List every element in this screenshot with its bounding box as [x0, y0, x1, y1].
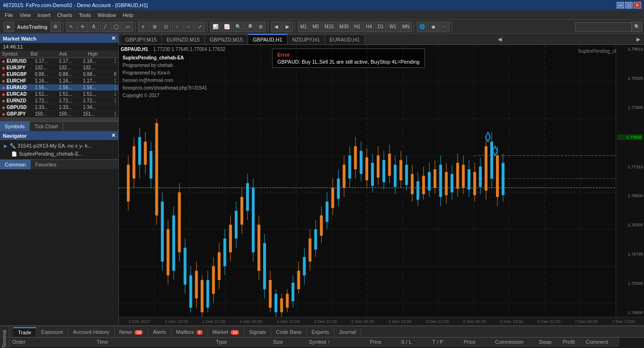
dots-btn[interactable]: ⋯	[439, 22, 450, 32]
market-watch-close[interactable]: ✕	[111, 35, 116, 41]
tab-journal[interactable]: Journal	[334, 328, 361, 336]
tab-experts[interactable]: Experts	[307, 328, 334, 336]
tab-news[interactable]: News 99	[115, 328, 149, 336]
tool-2[interactable]: ⊞	[149, 22, 160, 32]
navigator-close[interactable]: ✕	[111, 133, 116, 139]
tab-codebase[interactable]: Code Base	[271, 328, 306, 336]
rect-btn[interactable]: ▭	[123, 22, 133, 32]
nav-back[interactable]: ◀	[271, 22, 281, 32]
period-d1-tb[interactable]: D1	[375, 22, 386, 32]
period-mn-tb[interactable]: MN	[400, 22, 412, 32]
menu-help[interactable]: Help	[120, 12, 136, 18]
tool-6[interactable]: ⤢	[195, 22, 205, 32]
menu-file[interactable]: File	[2, 12, 16, 18]
tool-1[interactable]: ≡	[138, 22, 149, 32]
minimize-button[interactable]: ─	[617, 2, 624, 8]
crosshair-btn[interactable]: ✛	[77, 22, 88, 32]
col-size[interactable]: Size	[270, 338, 305, 347]
chart-tab-nav-right[interactable]: ▶	[635, 36, 642, 42]
market-watch-row-euraud[interactable]: ◆ EURAUD 1.56... 1.56... 1.56... 1	[0, 84, 118, 91]
menu-tools[interactable]: Tools	[76, 12, 94, 18]
maximize-button[interactable]: □	[625, 2, 633, 8]
market-watch-row-eurcad[interactable]: ◆ EURCAD 1.51... 1.51... 1.51... 1	[0, 91, 118, 98]
nav-item-ea-folder[interactable]: ▶ 🔧 31541-p2#13-My EA -no x y- k...	[2, 142, 116, 150]
chart-grid[interactable]: ⊞	[256, 22, 266, 32]
search-input[interactable]	[575, 22, 632, 32]
chart-tab-euraud[interactable]: EURAUD,H1	[325, 34, 365, 44]
chart-type-2[interactable]: 📈	[222, 22, 232, 32]
terminal-side-tab[interactable]: Terminal	[0, 326, 9, 348]
col-comment[interactable]: Comment	[583, 338, 619, 347]
cursor-btn[interactable]: ↖	[66, 22, 76, 32]
market-watch-row-gbpjpy[interactable]: ◆ GBPJPY 150... 150... 151... 1	[0, 111, 118, 117]
nav-tab-common[interactable]: Common	[0, 160, 31, 169]
tab-mailbox[interactable]: Mailbox 7	[172, 328, 208, 336]
close-button[interactable]: ✕	[634, 2, 641, 8]
market-watch-row-gbpusd[interactable]: ◆ GBPUSD 1.33... 1.33... 1.34...	[0, 104, 118, 111]
period-m15-tb[interactable]: M15	[322, 22, 336, 32]
tab-alerts[interactable]: Alerts	[148, 328, 171, 336]
chart-tab-gbpjpy[interactable]: GBPJPY,M15	[121, 34, 162, 44]
chart-tab-nav-left[interactable]: ◀	[496, 36, 504, 42]
chart-area[interactable]: GBPAUD,H1 1.77230 1.77645 1.77054 1.7763…	[119, 45, 644, 317]
col-type[interactable]: Type	[213, 338, 270, 347]
trade-close-btn[interactable]: ✕	[583, 347, 619, 348]
chart-tab-gbpnzd[interactable]: GBPNZD,M15	[205, 34, 248, 44]
col-sl[interactable]: S / L	[398, 338, 429, 347]
menu-view[interactable]: View	[17, 12, 34, 18]
tool-3[interactable]: ⊡	[161, 22, 171, 32]
menu-insert[interactable]: Insert	[34, 12, 53, 18]
tab-tick-chart[interactable]: Tick Chart	[30, 122, 63, 131]
col-profit[interactable]: Profit	[560, 338, 583, 347]
trade-table-container[interactable]: Order Time Type Size Symbol ↑ Price S / …	[9, 338, 644, 348]
period-m1-tb[interactable]: M1	[298, 22, 309, 32]
globe-btn[interactable]: 🌐	[417, 22, 427, 32]
tab-market[interactable]: Market 10	[208, 328, 245, 336]
col-symbol[interactable]: Symbol ↑	[306, 338, 367, 347]
col-swap[interactable]: Swap	[536, 338, 560, 347]
chart-tab-eurnzd[interactable]: EURNZD,M15	[162, 34, 205, 44]
menu-charts[interactable]: Charts	[54, 12, 75, 18]
chart-zoom-in[interactable]: 🔍	[233, 22, 243, 32]
period-h1-tb[interactable]: H1	[352, 22, 363, 32]
col-time[interactable]: Time	[94, 338, 213, 347]
nav-fwd[interactable]: ▶	[282, 22, 293, 32]
tab-account-history[interactable]: Account History	[68, 328, 115, 336]
period-m30-tb[interactable]: M30	[337, 22, 351, 32]
market-watch-row-eurgbp[interactable]: ◆ EURGBP 0.88... 0.88... 0.88... 0	[0, 71, 118, 78]
autotrade-button[interactable]: ▶	[4, 22, 14, 32]
search-button[interactable]: 🔍	[632, 22, 642, 32]
col-tp[interactable]: T / P	[429, 338, 461, 347]
col-commission[interactable]: Commission	[492, 338, 536, 347]
zoom-in-btn[interactable]: A	[89, 22, 99, 32]
period-h4-tb[interactable]: H4	[363, 22, 374, 32]
tool-5[interactable]: ↔	[183, 22, 194, 32]
chart-svg[interactable]	[119, 45, 616, 317]
col-order[interactable]: Order	[9, 338, 94, 347]
nav-tab-favorites[interactable]: Favorites	[31, 160, 61, 169]
ellipse-btn[interactable]: ◯	[111, 22, 122, 32]
chart-tab-gbpaud[interactable]: GBPAUD,H1	[248, 34, 288, 44]
menu-window[interactable]: Window	[95, 12, 119, 18]
tool-4[interactable]: ↕	[172, 22, 182, 32]
toolbar-icon-1[interactable]: ⚙	[50, 22, 61, 32]
nav-item-ea[interactable]: 📄 SuplexPending_chehab-E...	[2, 150, 116, 157]
period-w1-tb[interactable]: W1	[387, 22, 399, 32]
tab-trade[interactable]: Trade	[13, 327, 36, 337]
market-watch-row-eurchf[interactable]: ◆ EURCHF 1.16... 1.16... 1.17... 1	[0, 78, 118, 84]
trade-row[interactable]: 📄111998494 2017.12.07 11:30:57 sell 0.01…	[9, 347, 644, 348]
chart-zoom-out[interactable]: 🔎	[244, 22, 255, 32]
tab-symbols[interactable]: Symbols	[0, 122, 30, 131]
period-m5-tb[interactable]: M5	[310, 22, 322, 32]
col-price-cur[interactable]: Price	[461, 338, 492, 347]
tab-signals[interactable]: Signals	[244, 328, 271, 336]
circle-btn[interactable]: ◉	[428, 22, 438, 32]
market-watch-scrollbar[interactable]	[0, 117, 118, 121]
chart-tab-nzdjpy[interactable]: NZDJPY,H1	[288, 34, 325, 44]
line-btn[interactable]: ╱	[100, 22, 110, 32]
market-watch-row-eurusd[interactable]: ◆ EURUSD 1.17... 1.17... 1.18... 1	[0, 58, 118, 65]
chart-type-1[interactable]: 📊	[210, 22, 221, 32]
col-price-open[interactable]: Price	[367, 338, 398, 347]
market-watch-row-eurnzd[interactable]: ◆ EURNZD 1.72... 1.72... 1.72... 1	[0, 98, 118, 104]
tab-exposure[interactable]: Exposure	[36, 328, 68, 336]
